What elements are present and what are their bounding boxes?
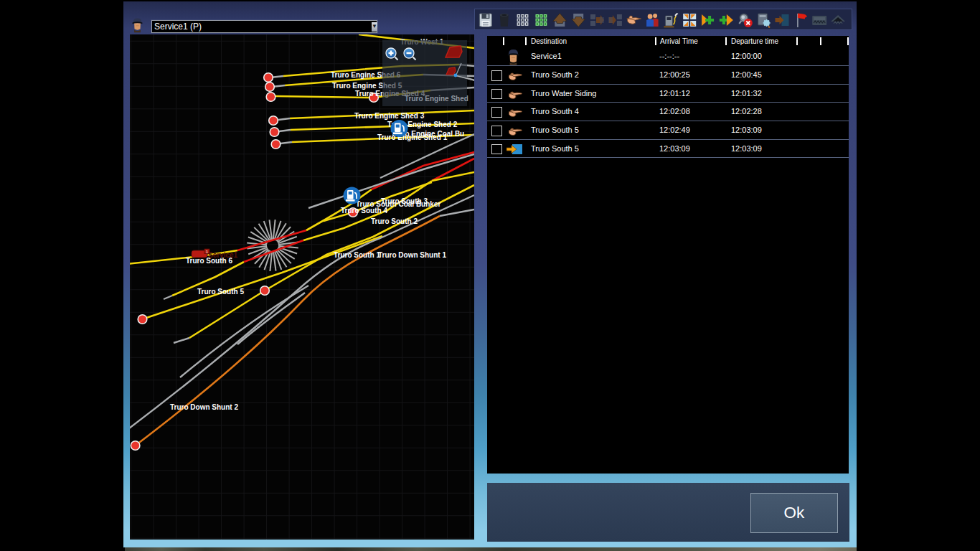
svg-text:Truro South 2: Truro South 2 <box>371 217 418 225</box>
svg-text:Truro Down Shunt 2: Truro Down Shunt 2 <box>170 403 238 411</box>
svg-text:Truro South 6: Truro South 6 <box>186 257 232 265</box>
svg-text:Truro Engine Shed 3: Truro Engine Shed 3 <box>354 112 425 120</box>
svg-text:Truro Engine Shed: Truro Engine Shed <box>405 95 468 103</box>
svg-text:Truro South 4: Truro South 4 <box>341 207 387 215</box>
svg-text:Truro Down Shunt 1: Truro Down Shunt 1 <box>378 251 446 259</box>
svg-text:Truro Engine Shed 1: Truro Engine Shed 1 <box>377 133 448 141</box>
svg-text:Truro South 1: Truro South 1 <box>334 251 380 259</box>
svg-text:Truro South 5: Truro South 5 <box>197 288 244 296</box>
